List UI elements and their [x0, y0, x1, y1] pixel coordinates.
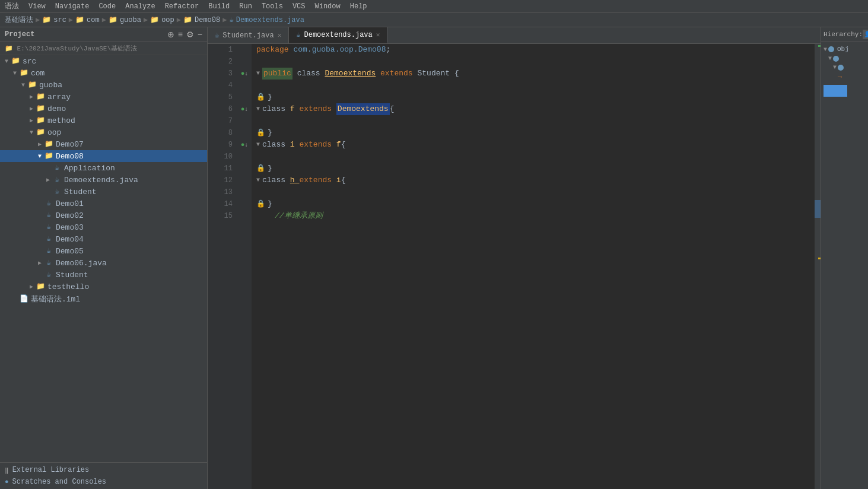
tree-item-demo02[interactable]: ☕ Demo02 — [0, 209, 207, 221]
java-icon-application: ☕ — [52, 163, 62, 173]
breadcrumb-item-0[interactable]: 基础语法 — [5, 15, 33, 25]
menu-item-refactor[interactable]: Refactor — [165, 2, 199, 11]
tab-student[interactable]: ☕ Student.java ✕ — [208, 27, 289, 43]
gutter-icon-9[interactable]: ●↓ — [239, 139, 250, 151]
tab-close-demoextends[interactable]: ✕ — [376, 31, 380, 39]
gutter-icon-6[interactable]: ●↓ — [239, 103, 250, 115]
sidebar: Project ⊕ ≡ ⚙ − 📁 E:\2021JavaStudy\JavaS… — [0, 27, 208, 489]
settings-icon[interactable]: ⚙ — [186, 30, 194, 39]
menu-item-yufa[interactable]: 语法 — [5, 1, 19, 11]
package-name: com.guoba.oop.Demo08 — [293, 44, 386, 56]
menu-item-view[interactable]: View — [28, 2, 46, 11]
tree-item-student-inner[interactable]: ☕ Student — [0, 186, 207, 198]
tree-item-oop[interactable]: ▼ 📁 oop — [0, 126, 207, 138]
tree-arrow-demo06: ▶ — [36, 259, 44, 266]
breadcrumb-item-3[interactable]: guoba — [120, 16, 141, 24]
gutter-icon-3[interactable]: ●↓ — [239, 68, 250, 80]
tree-label-demo04: Demo04 — [56, 235, 84, 244]
tree-item-src[interactable]: ▼ 📁 src — [0, 55, 207, 67]
minimize-icon[interactable]: − — [198, 30, 202, 39]
tree-arrow-guoba: ▼ — [19, 82, 27, 88]
hierarchy-item-arrow-right: → — [824, 72, 866, 82]
tree-item-com[interactable]: ▼ 📁 com — [0, 67, 207, 79]
scroll-markers — [815, 44, 821, 489]
fold-icon-12[interactable]: ▼ — [256, 174, 260, 186]
menu-item-run[interactable]: Run — [239, 2, 252, 11]
fold-icon-3[interactable]: ▼ — [256, 68, 260, 80]
tree-label-method: method — [47, 116, 75, 125]
class-h-12: h — [290, 174, 300, 186]
tree-label-demo08: Demo08 — [56, 152, 84, 161]
java-icon-demo02: ☕ — [44, 211, 53, 220]
menu-item-vcs[interactable]: VCS — [292, 2, 306, 11]
breadcrumb-item-2[interactable]: com — [87, 16, 100, 24]
class-i-12: i — [336, 174, 341, 186]
tree-arrow-demoextends: ▶ — [44, 176, 52, 183]
folder-icon-testhello: 📁 — [36, 282, 45, 291]
tree-item-application[interactable]: ☕ Application — [0, 162, 207, 174]
breadcrumb-folder-icon3: 📁 — [109, 15, 117, 24]
breadcrumb-folder-icon5: 📁 — [183, 15, 192, 24]
sidebar-path: 📁 E:\2021JavaStudy\JavaSE\基础语法 — [0, 42, 207, 55]
hierarchy-header: Hierarchy: 👤 🌳 — [821, 27, 868, 42]
sidebar-path-text: E:\2021JavaStudy\JavaSE\基础语法 — [17, 45, 137, 52]
tree-item-method[interactable]: ▶ 📁 method — [0, 115, 207, 126]
tree-item-demo07[interactable]: ▶ 📁 Demo07 — [0, 138, 207, 150]
class-demoextends-3: Demoextends — [325, 68, 376, 80]
tab-demoextends[interactable]: ☕ Demoextends.java ✕ — [289, 27, 387, 43]
fold-icon-14[interactable]: 🔒 — [256, 198, 265, 210]
breadcrumb-java-icon: ☕ — [229, 15, 233, 24]
tree-item-demo03[interactable]: ☕ Demo03 — [0, 221, 207, 233]
brace-close-8: } — [268, 127, 272, 139]
fold-icon-6[interactable]: ▼ — [256, 103, 260, 115]
breadcrumb-item-6[interactable]: Demoextends.java — [236, 16, 304, 24]
tree-item-demo01[interactable]: ☕ Demo01 — [0, 198, 207, 209]
kw-package: package — [256, 44, 293, 56]
fold-icon-5[interactable]: 🔒 — [256, 91, 265, 103]
menu-item-tools[interactable]: Tools — [262, 2, 283, 11]
tree-item-guoba[interactable]: ▼ 📁 guoba — [0, 79, 207, 91]
menu-item-code[interactable]: Code — [98, 2, 116, 11]
tree-label-guoba: guoba — [39, 81, 62, 90]
main-layout: Project ⊕ ≡ ⚙ − 📁 E:\2021JavaStudy\JavaS… — [0, 27, 868, 489]
tree-item-demoextends[interactable]: ▶ ☕ Demoextends.java — [0, 174, 207, 186]
fold-icon-8[interactable]: 🔒 — [256, 127, 265, 139]
code-line-1: package com.guoba.oop.Demo08; — [256, 44, 810, 56]
tree-item-demo06[interactable]: ▶ ☕ Demo06.java — [0, 257, 207, 269]
brace-close-14: } — [268, 198, 272, 210]
tree-item-array[interactable]: ▶ 📁 array — [0, 91, 207, 103]
hierarchy-selected-indicator — [824, 85, 847, 97]
tree-label-demo01: Demo01 — [56, 199, 84, 208]
menu-item-analyze[interactable]: Analyze — [125, 2, 155, 11]
tree-item-testhello[interactable]: ▶ 📁 testhello — [0, 281, 207, 293]
tree-item-demo08[interactable]: ▼ 📁 Demo08 — [0, 150, 207, 162]
tab-close-student[interactable]: ✕ — [278, 31, 282, 39]
code-line-8: 🔒 } — [256, 127, 810, 139]
breadcrumb-item-1[interactable]: src — [53, 16, 66, 24]
external-libraries-item[interactable]: ‖ External Libraries — [5, 464, 202, 476]
tree-item-iml[interactable]: 📄 基础语法.iml — [0, 293, 207, 306]
scratches-item[interactable]: ● Scratches and Consoles — [5, 476, 202, 488]
menu-item-help[interactable]: Help — [350, 2, 367, 11]
hierarchy-person-icon[interactable]: 👤 — [863, 30, 868, 39]
java-icon-demo04: ☕ — [44, 234, 53, 244]
scratches-label: Scratches and Consoles — [12, 478, 106, 486]
collapse-icon[interactable]: ≡ — [178, 30, 183, 39]
fold-icon-11[interactable]: 🔒 — [256, 163, 265, 174]
breadcrumb-item-5[interactable]: Demo08 — [195, 16, 220, 24]
hierarchy-arrow-sub2: ▼ — [833, 64, 837, 71]
folder-icon-demo07: 📁 — [44, 139, 53, 149]
breadcrumb-item-4[interactable]: oop — [161, 16, 174, 24]
locate-icon[interactable]: ⊕ — [167, 30, 174, 39]
tree-item-demo[interactable]: ▶ 📁 demo — [0, 103, 207, 115]
fold-icon-9[interactable]: ▼ — [256, 139, 260, 151]
tree-item-demo04[interactable]: ☕ Demo04 — [0, 233, 207, 245]
menu-item-window[interactable]: Window — [315, 2, 341, 11]
menu-item-navigate[interactable]: Navigate — [55, 2, 90, 11]
tree-item-student-outer[interactable]: ☕ Student — [0, 269, 207, 281]
class-f-9: f — [336, 139, 341, 151]
menu-item-build[interactable]: Build — [208, 2, 230, 11]
code-content[interactable]: package com.guoba.oop.Demo08; ▼ public c… — [252, 44, 815, 489]
tree-item-demo05[interactable]: ☕ Demo05 — [0, 245, 207, 257]
class-demoextends-6: Demoextends — [336, 103, 390, 115]
